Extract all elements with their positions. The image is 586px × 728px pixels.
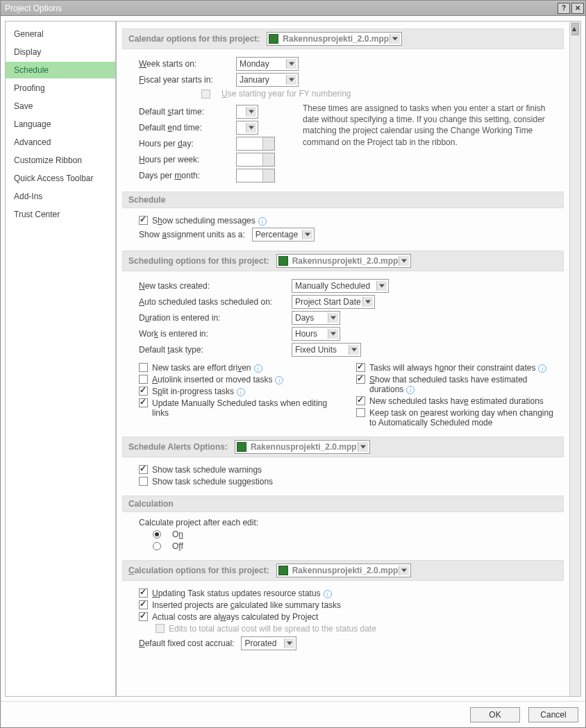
calendar-note: These times are assigned to tasks when y…: [303, 103, 560, 185]
calc-options-header: Calculation options for this project: Ra…: [122, 560, 564, 581]
calc-project-select[interactable]: Rakennusprojekti_2.0.mpp: [276, 564, 412, 577]
task-type-select[interactable]: Fixed Units: [292, 343, 361, 357]
honor-dates-checkbox[interactable]: [356, 363, 365, 372]
sidebar-item-language[interactable]: Language: [6, 116, 115, 133]
after-edit-label: Calculate project after each edit:: [139, 518, 560, 527]
split-tasks-checkbox[interactable]: [139, 387, 148, 396]
alerts-project-select[interactable]: Rakennusprojekti_2.0.mpp: [235, 440, 370, 454]
time-inputs-col: Default start time: Default end time: Ho…: [139, 103, 275, 185]
cancel-button[interactable]: Cancel: [528, 707, 578, 722]
scroll-up-icon[interactable]: ▴: [571, 23, 579, 35]
calc-on-radio[interactable]: [153, 530, 161, 539]
week-starts-select[interactable]: Monday: [236, 57, 299, 71]
schedule-header: Schedule: [122, 192, 564, 208]
warnings-checkbox[interactable]: [139, 465, 148, 474]
sidebar-item-quick-access[interactable]: Quick Access Toolbar: [6, 170, 115, 187]
default-end-label: Default end time:: [139, 123, 229, 133]
assignment-units-select[interactable]: Percentage: [252, 228, 315, 242]
duration-label: Duration is entered in:: [139, 313, 285, 323]
chevron-down-icon: [392, 37, 398, 41]
hours-per-day-spinner[interactable]: [236, 137, 275, 151]
calc-project-value: Rakennusprojekti_2.0.mpp: [292, 566, 399, 575]
chevron-down-icon: [360, 446, 366, 449]
update-manual-checkbox[interactable]: [139, 398, 148, 407]
sidebar-item-trust-center[interactable]: Trust Center: [6, 206, 115, 223]
actual-costs-checkbox[interactable]: [139, 612, 148, 621]
info-icon[interactable]: [275, 376, 283, 384]
days-per-month-spinner[interactable]: [236, 169, 275, 183]
auto-scheduled-label: Auto scheduled tasks scheduled on:: [139, 297, 285, 307]
work-select[interactable]: Hours: [292, 327, 340, 341]
chevron-down-icon: [289, 62, 294, 66]
info-icon[interactable]: [258, 217, 267, 226]
sidebar-item-general[interactable]: General: [6, 26, 115, 42]
sidebar-item-display[interactable]: Display: [6, 44, 115, 60]
update-status-checkbox[interactable]: [139, 589, 148, 598]
work-label: Work is entered in:: [139, 329, 285, 339]
info-icon[interactable]: [237, 388, 245, 396]
options-dialog: Project Options ? ✕ General Display Sche…: [0, 0, 586, 728]
keep-nearest-checkbox[interactable]: [356, 408, 365, 417]
scheduling-options-header: Scheduling options for this project: Rak…: [122, 251, 564, 271]
new-tasks-select[interactable]: Manually Scheduled: [292, 279, 389, 293]
help-button[interactable]: ?: [558, 3, 570, 14]
dialog-footer: OK Cancel: [1, 701, 585, 727]
sidebar-item-addins[interactable]: Add-Ins: [6, 188, 115, 205]
scheduling-project-value: Rakennusprojekti_2.0.mpp: [292, 256, 399, 266]
calendar-project-select[interactable]: Rakennusprojekti_2.0.mpp: [267, 32, 402, 46]
auto-scheduled-select[interactable]: Project Start Date: [292, 295, 375, 309]
calendar-options-body: Week starts on: Monday Fiscal year start…: [122, 49, 564, 187]
sidebar-item-proofing[interactable]: Proofing: [6, 80, 115, 96]
fiscal-starts-label: Fiscal year starts in:: [139, 75, 229, 85]
show-est-checkbox[interactable]: [356, 375, 365, 384]
sidebar-item-customize-ribbon[interactable]: Customize Ribbon: [6, 152, 115, 169]
calc-off-radio[interactable]: [153, 542, 161, 550]
actual-costs-label: Actual costs are always calculated by Pr…: [152, 612, 318, 622]
fiscal-starts-select[interactable]: January: [236, 73, 299, 87]
sidebar-item-save[interactable]: Save: [6, 98, 115, 115]
calc-options-title: Calculation options for this project:: [128, 566, 269, 575]
show-scheduling-messages-checkbox[interactable]: [139, 216, 148, 225]
autolink-checkbox[interactable]: [139, 375, 148, 384]
show-scheduling-messages-label: Show scheduling messages: [152, 216, 267, 226]
days-per-month-label: Days per month:: [139, 171, 229, 180]
accrual-select[interactable]: Prorated: [241, 636, 296, 650]
hours-per-week-label: Hours per week:: [139, 155, 229, 164]
inserted-projects-checkbox[interactable]: [139, 600, 148, 609]
keep-nearest-label: Keep task on nearest working day when ch…: [369, 408, 560, 428]
scheduling-project-select[interactable]: Rakennusprojekti_2.0.mpp: [276, 254, 412, 268]
edits-total-label: Edits to total actual cost will be sprea…: [169, 624, 376, 634]
default-start-select[interactable]: [236, 105, 258, 119]
sidebar-item-advanced[interactable]: Advanced: [6, 134, 115, 151]
task-type-label: Default task type:: [139, 345, 285, 355]
chevron-down-icon: [249, 110, 254, 114]
new-tasks-label: New tasks created:: [139, 281, 285, 291]
accrual-value: Prorated: [244, 638, 276, 648]
ok-button[interactable]: OK: [470, 707, 520, 722]
calculation-header: Calculation: [122, 496, 564, 512]
info-icon[interactable]: [324, 590, 332, 598]
alerts-body: Show task schedule warnings Show task sc…: [122, 457, 564, 491]
autolink-label: Autolink inserted or moved tasks: [152, 375, 342, 384]
hours-per-day-label: Hours per day:: [139, 139, 229, 149]
new-est-checkbox[interactable]: [356, 396, 365, 405]
default-end-select[interactable]: [236, 121, 258, 135]
effort-driven-checkbox[interactable]: [139, 363, 148, 372]
info-icon[interactable]: [254, 364, 262, 373]
fiscal-starts-value: January: [240, 75, 269, 85]
info-icon[interactable]: [538, 364, 546, 373]
hours-per-week-spinner[interactable]: [236, 153, 275, 167]
duration-select[interactable]: Days: [292, 311, 340, 325]
titlebar-buttons: ? ✕: [558, 3, 584, 14]
split-tasks-label: Split in-progress tasks: [152, 387, 342, 396]
show-est-label: Show that scheduled tasks have estimated…: [369, 375, 560, 394]
chevron-down-icon: [330, 316, 336, 320]
vertical-scrollbar[interactable]: ▴: [569, 22, 580, 696]
inserted-projects-label: Inserted projects are calculated like su…: [152, 600, 341, 610]
suggestions-checkbox[interactable]: [139, 477, 148, 486]
info-icon[interactable]: [406, 386, 415, 394]
sidebar-item-schedule[interactable]: Schedule: [6, 62, 115, 78]
week-starts-value: Monday: [240, 59, 269, 69]
close-button[interactable]: ✕: [571, 3, 584, 14]
calendar-project-value: Rakennusprojekti_2.0.mpp: [283, 34, 389, 44]
